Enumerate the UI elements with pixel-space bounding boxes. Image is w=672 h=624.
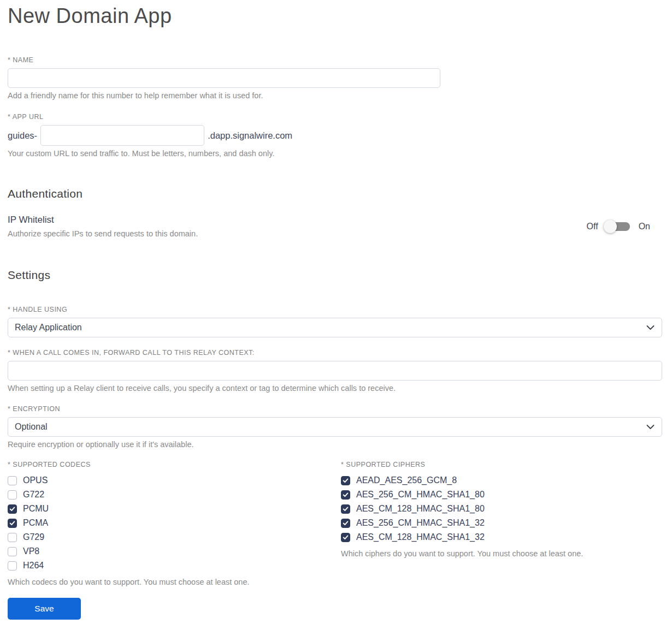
ip-whitelist-label: IP Whitelist [8, 215, 198, 225]
app-url-label: * APP URL [8, 113, 662, 121]
name-helper: Add a friendly name for this number to h… [8, 91, 662, 100]
checkbox-checked-icon[interactable] [8, 504, 17, 514]
codec-cipher-columns: * SUPPORTED CODECS OPUSG722PCMUPCMAG729V… [8, 461, 662, 586]
supported-ciphers-label: * SUPPORTED CIPHERS [341, 461, 662, 468]
app-url-prefix: guides- [8, 130, 37, 141]
checkbox-unchecked-icon[interactable] [8, 561, 17, 570]
encryption-label: * ENCRYPTION [8, 405, 662, 413]
ciphers-helper: Which ciphers do you want to support. Yo… [341, 549, 662, 558]
checkbox-option-label: G729 [23, 532, 44, 542]
app-url-field-group: * APP URL guides- .dapp.signalwire.com Y… [8, 113, 662, 158]
chevron-down-icon [646, 325, 655, 330]
new-domain-app-form: New Domain App * NAME Add a friendly nam… [0, 0, 672, 620]
ciphers-checkbox-list: AEAD_AES_256_GCM_8AES_256_CM_HMAC_SHA1_8… [341, 473, 662, 544]
supported-codecs-label: * SUPPORTED CODECS [8, 461, 341, 468]
ip-whitelist-helper: Authorize specific IPs to send requests … [8, 229, 198, 238]
app-url-row: guides- .dapp.signalwire.com [8, 125, 662, 146]
checkbox-unchecked-icon[interactable] [8, 476, 17, 485]
toggle-off-label: Off [587, 222, 598, 231]
checkbox-option-label: PCMU [23, 504, 49, 514]
checkbox-checked-icon[interactable] [341, 519, 350, 528]
handle-using-label: * HANDLE USING [8, 306, 662, 313]
name-label: * NAME [8, 56, 662, 64]
relay-context-helper: When setting up a Relay client to receiv… [8, 384, 662, 393]
relay-context-group: * WHEN A CALL COMES IN, FORWARD CALL TO … [8, 349, 662, 393]
relay-context-input[interactable] [8, 361, 662, 381]
checkbox-checked-icon[interactable] [341, 476, 350, 485]
checkbox-option-label: OPUS [23, 476, 48, 485]
ip-whitelist-toggle[interactable] [607, 222, 630, 231]
handle-using-select[interactable]: Relay Application [8, 318, 662, 337]
checkbox-option-label: VP8 [23, 546, 39, 556]
supported-codecs-group: * SUPPORTED CODECS OPUSG722PCMUPCMAG729V… [8, 461, 341, 586]
checkbox-option-h264[interactable]: H264 [8, 558, 341, 573]
checkbox-option-label: AES_256_CM_HMAC_SHA1_80 [356, 490, 485, 500]
app-url-input[interactable] [40, 125, 204, 146]
checkbox-option-aes_cm_128_hmac_sha1_80[interactable]: AES_CM_128_HMAC_SHA1_80 [341, 502, 662, 516]
supported-ciphers-group: * SUPPORTED CIPHERS AEAD_AES_256_GCM_8AE… [341, 461, 662, 586]
save-button[interactable]: Save [8, 598, 81, 620]
ip-whitelist-toggle-block: Off On [587, 222, 650, 231]
ip-whitelist-row: IP Whitelist Authorize specific IPs to s… [8, 215, 662, 238]
checkbox-option-g722[interactable]: G722 [8, 488, 341, 502]
encryption-helper: Require encryption or optionally use it … [8, 440, 662, 449]
checkbox-option-pcmu[interactable]: PCMU [8, 502, 341, 516]
chevron-down-icon [646, 425, 655, 430]
codecs-helper: Which codecs do you want to support. You… [8, 578, 341, 586]
checkbox-unchecked-icon[interactable] [8, 490, 17, 500]
ip-whitelist-text: IP Whitelist Authorize specific IPs to s… [8, 215, 198, 238]
name-input[interactable] [8, 68, 440, 88]
name-field-group: * NAME Add a friendly name for this numb… [8, 56, 662, 100]
checkbox-option-label: AEAD_AES_256_GCM_8 [356, 476, 457, 485]
checkbox-option-label: AES_256_CM_HMAC_SHA1_32 [356, 518, 485, 528]
encryption-select[interactable]: Optional [8, 417, 662, 437]
checkbox-option-aead_aes_256_gcm_8[interactable]: AEAD_AES_256_GCM_8 [341, 473, 662, 488]
checkbox-option-g729[interactable]: G729 [8, 530, 341, 544]
settings-heading: Settings [8, 269, 662, 282]
checkbox-option-opus[interactable]: OPUS [8, 473, 341, 488]
checkbox-option-label: AES_CM_128_HMAC_SHA1_32 [356, 532, 485, 542]
authentication-heading: Authentication [8, 187, 662, 200]
encryption-group: * ENCRYPTION Optional Require encryption… [8, 405, 662, 449]
handle-using-group: * HANDLE USING Relay Application [8, 306, 662, 337]
checkbox-checked-icon[interactable] [341, 490, 350, 500]
app-url-helper: Your custom URL to send traffic to. Must… [8, 149, 662, 158]
checkbox-unchecked-icon[interactable] [8, 547, 17, 556]
checkbox-checked-icon[interactable] [341, 504, 350, 514]
relay-context-label: * WHEN A CALL COMES IN, FORWARD CALL TO … [8, 349, 662, 356]
checkbox-checked-icon[interactable] [8, 519, 17, 528]
checkbox-option-label: H264 [23, 561, 44, 570]
checkbox-checked-icon[interactable] [341, 533, 350, 542]
checkbox-option-aes_256_cm_hmac_sha1_32[interactable]: AES_256_CM_HMAC_SHA1_32 [341, 516, 662, 530]
checkbox-option-vp8[interactable]: VP8 [8, 544, 341, 558]
page-title: New Domain App [8, 4, 662, 28]
checkbox-option-pcma[interactable]: PCMA [8, 516, 341, 530]
checkbox-option-label: AES_CM_128_HMAC_SHA1_80 [356, 504, 485, 514]
encryption-selected-value[interactable]: Optional [8, 417, 662, 437]
toggle-knob[interactable] [604, 220, 617, 233]
codecs-checkbox-list: OPUSG722PCMUPCMAG729VP8H264 [8, 473, 341, 573]
checkbox-option-label: G722 [23, 490, 44, 500]
handle-using-selected-value[interactable]: Relay Application [8, 318, 662, 337]
toggle-on-label: On [639, 222, 650, 231]
checkbox-option-label: PCMA [23, 518, 48, 528]
app-url-suffix: .dapp.signalwire.com [208, 130, 292, 141]
checkbox-option-aes_cm_128_hmac_sha1_32[interactable]: AES_CM_128_HMAC_SHA1_32 [341, 530, 662, 544]
checkbox-option-aes_256_cm_hmac_sha1_80[interactable]: AES_256_CM_HMAC_SHA1_80 [341, 488, 662, 502]
checkbox-unchecked-icon[interactable] [8, 533, 17, 542]
